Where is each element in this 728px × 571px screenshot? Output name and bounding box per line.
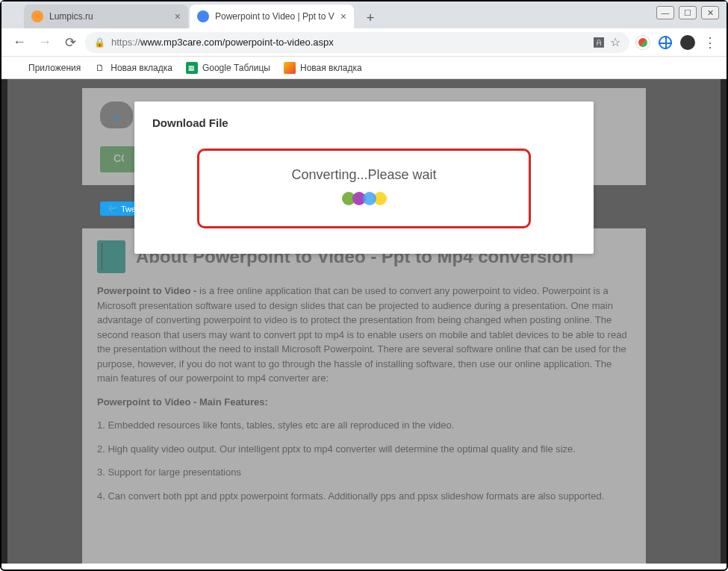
tab-powerpoint-to-video[interactable]: Powerpoint to Video | Ppt to Vid × (190, 4, 354, 28)
tab-favicon (197, 10, 209, 22)
bookmarks-bar: Приложения 🗋 Новая вкладка ▦ Google Табл… (1, 57, 727, 79)
apps-icon (12, 62, 24, 74)
bookmark-item[interactable]: ▦ Google Таблицы (186, 62, 270, 74)
bookmark-label: Новая вкладка (111, 63, 172, 73)
conversion-status-box: Converting...Please wait (197, 149, 531, 228)
file-icon: 🗋 (94, 62, 106, 74)
apps-button[interactable]: Приложения (12, 62, 81, 74)
twitter-icon: 🐦 (108, 204, 118, 213)
url-text: https://www.mp3care.com/powerpoint-to-vi… (111, 37, 588, 48)
status-text: Converting...Please wait (214, 167, 514, 183)
translate-icon[interactable]: 🅰 (594, 37, 604, 49)
profile-avatar[interactable] (679, 34, 697, 52)
sheets-icon: ▦ (186, 62, 198, 74)
close-tab-icon[interactable]: × (175, 10, 181, 22)
forward-button[interactable]: → (34, 32, 55, 53)
tab-title: Lumpics.ru (49, 11, 169, 22)
url-field[interactable]: 🔒 https://www.mp3care.com/powerpoint-to-… (85, 32, 629, 53)
lock-icon: 🔒 (94, 37, 105, 48)
bookmark-star-icon[interactable]: ☆ (610, 35, 620, 49)
window-controls: — ☐ ✕ (656, 6, 719, 19)
tab-title: Powerpoint to Video | Ppt to Vid (215, 11, 335, 22)
reload-button[interactable]: ⟳ (60, 32, 81, 53)
tab-lumpics[interactable]: Lumpics.ru × (24, 4, 188, 28)
close-window-button[interactable]: ✕ (701, 6, 719, 19)
tab-favicon (31, 10, 43, 22)
minimize-button[interactable]: — (656, 6, 674, 19)
apps-label: Приложения (28, 63, 81, 73)
adguard-extension-icon[interactable] (634, 34, 652, 52)
bookmark-label: Google Таблицы (202, 63, 270, 73)
tabstrip: Lumpics.ru × Powerpoint to Video | Ppt t… (1, 1, 727, 28)
close-tab-icon[interactable]: × (340, 10, 346, 22)
maximize-button[interactable]: ☐ (679, 6, 697, 19)
modal-title: Download File (152, 116, 576, 129)
browser-menu-button[interactable]: ⋮ (701, 34, 719, 52)
bookmark-label: Новая вкладка (300, 63, 362, 73)
page-content: CONVERT About Powerpoint to Video - Ppt … (1, 79, 727, 564)
bookmark-item[interactable]: Новая вкладка (284, 62, 362, 74)
new-tab-button[interactable]: + (360, 7, 381, 28)
image-icon (284, 62, 296, 74)
back-button[interactable]: ← (9, 32, 30, 53)
address-bar: ← → ⟳ 🔒 https://www.mp3care.com/powerpoi… (1, 28, 727, 57)
loading-spinner-icon (214, 192, 514, 205)
globe-extension-icon[interactable] (656, 34, 674, 52)
download-modal: Download File Converting...Please wait (134, 102, 594, 254)
bookmark-item[interactable]: 🗋 Новая вкладка (94, 62, 172, 74)
